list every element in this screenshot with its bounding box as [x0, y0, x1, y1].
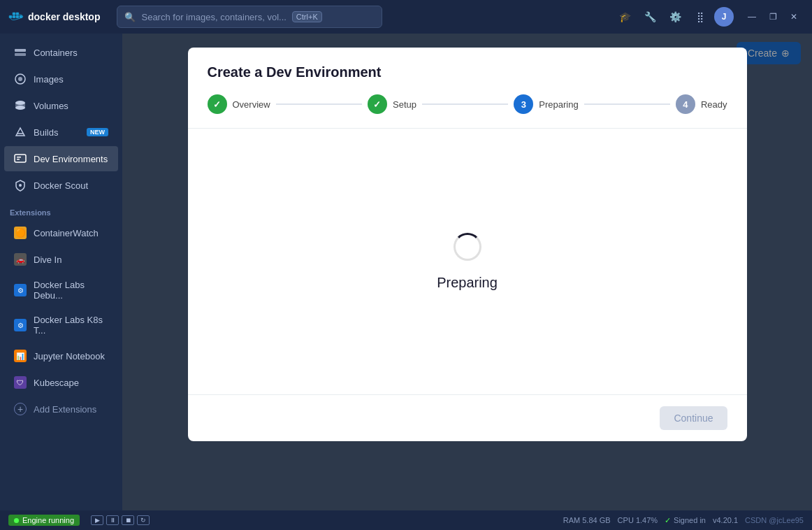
loading-state: Preparing	[437, 233, 498, 291]
svg-rect-3	[16, 15, 19, 17]
containerwatch-icon: 🟠	[14, 227, 27, 239]
sidebar-item-dev-environments[interactable]: Dev Environments	[4, 146, 118, 171]
play-btn[interactable]: ▶	[91, 515, 103, 525]
svg-rect-2	[13, 13, 15, 15]
builds-icon	[14, 126, 27, 138]
sidebar-item-volumes[interactable]: Volumes	[4, 93, 118, 118]
step-ready-circle: 4	[676, 94, 695, 114]
watermark: CSDN @jcLee95	[745, 516, 804, 524]
connector-1	[276, 103, 362, 105]
svg-rect-7	[15, 53, 26, 56]
close-button[interactable]: ✕	[784, 7, 804, 27]
divein-label: Dive In	[34, 255, 108, 265]
modal-header: Create a Dev Environment	[188, 48, 747, 94]
sidebar-item-containerwatch[interactable]: 🟠 ContainerWatch	[4, 220, 118, 245]
engine-dot	[14, 518, 19, 523]
search-placeholder: Search for images, containers, vol...	[141, 12, 286, 22]
sidebar: Containers Images Volumes Builds NEW D	[0, 34, 122, 510]
step-setup: ✓ Setup	[368, 94, 416, 114]
containerwatch-label: ContainerWatch	[34, 228, 108, 238]
jupyter-label: Jupyter Notebook	[34, 351, 108, 361]
content-area: Create ⊕ Create a Dev Environment ✓ Over…	[122, 34, 812, 510]
connector-3	[584, 103, 670, 105]
engine-label: Engine running	[22, 516, 74, 524]
builds-label: Builds	[34, 127, 80, 138]
signed-in-status: ✓ Signed in	[665, 516, 706, 525]
signed-in-check-icon: ✓	[665, 516, 671, 525]
global-search[interactable]: 🔍 Search for images, containers, vol... …	[117, 6, 382, 28]
kubescape-icon: 🛡	[14, 376, 27, 389]
learn-icon-btn[interactable]: 🎓	[614, 6, 636, 28]
dockerlabs-k8s-label: Docker Labs K8s T...	[34, 315, 108, 336]
maximize-button[interactable]: ❐	[763, 7, 783, 27]
sidebar-item-images[interactable]: Images	[4, 66, 118, 92]
window-controls: — ❐ ✕	[742, 7, 804, 27]
modal-overlay: Create a Dev Environment ✓ Overview ✓ Se…	[122, 34, 812, 510]
svg-rect-1	[13, 15, 15, 17]
step-ready-label: Ready	[701, 99, 727, 110]
grid-icon-btn[interactable]: ⣿	[689, 6, 711, 28]
dockerlabs-k8s-icon: ⚙	[14, 319, 27, 331]
restart-btn[interactable]: ↻	[137, 515, 150, 525]
volumes-label: Volumes	[34, 101, 108, 111]
dockerlabs-debug-icon: ⚙	[14, 284, 27, 296]
sidebar-item-jupyter[interactable]: 📊 Jupyter Notebook	[4, 343, 118, 368]
sidebar-item-kubescape[interactable]: 🛡 Kubescape	[4, 370, 118, 395]
continue-button[interactable]: Continue	[660, 406, 727, 430]
step-overview-label: Overview	[233, 99, 270, 110]
loading-spinner	[454, 233, 481, 261]
sidebar-item-builds[interactable]: Builds NEW	[4, 120, 118, 145]
search-icon: 🔍	[124, 12, 136, 22]
statusbar: Engine running ▶ ⏸ ⏹ ↻ RAM 5.84 GB CPU 1…	[0, 510, 812, 530]
builds-new-badge: NEW	[87, 128, 108, 136]
engine-controls: ▶ ⏸ ⏹ ↻	[91, 515, 150, 525]
modal-body: Preparing	[188, 129, 747, 394]
svg-rect-14	[17, 157, 21, 158]
preparing-text: Preparing	[437, 275, 498, 291]
containers-icon	[14, 46, 27, 59]
add-extensions-item[interactable]: + Add Extensions	[4, 396, 118, 422]
sidebar-item-containers[interactable]: Containers	[4, 40, 118, 65]
step-overview: ✓ Overview	[208, 94, 270, 114]
svg-rect-6	[15, 49, 26, 52]
dev-environments-icon	[14, 152, 27, 165]
sidebar-item-docker-scout[interactable]: Docker Scout	[4, 173, 118, 198]
docker-scout-icon	[14, 179, 27, 192]
minimize-button[interactable]: —	[742, 7, 762, 27]
add-extensions-label: Add Extensions	[34, 404, 96, 415]
stop-btn[interactable]: ⏹	[122, 515, 134, 525]
stepper: ✓ Overview ✓ Setup 3 Preparing	[188, 94, 747, 129]
titlebar: docker desktop 🔍 Search for images, cont…	[0, 0, 812, 34]
extensions-icon-btn[interactable]: 🔧	[639, 6, 661, 28]
step-setup-circle: ✓	[368, 94, 387, 114]
step-preparing-circle: 3	[514, 94, 533, 114]
dev-environments-label: Dev Environments	[34, 154, 108, 164]
pause-btn[interactable]: ⏸	[106, 515, 119, 525]
dockerlabs-debug-label: Docker Labs Debu...	[34, 280, 108, 301]
sidebar-item-divein[interactable]: 🚗 Dive In	[4, 247, 118, 272]
svg-rect-13	[15, 155, 26, 162]
user-avatar[interactable]: J	[714, 7, 734, 27]
engine-status: Engine running	[8, 515, 80, 526]
step-ready: 4 Ready	[676, 94, 727, 114]
svg-rect-4	[16, 13, 19, 15]
kubescape-label: Kubescape	[34, 378, 108, 388]
sidebar-item-dockerlabs-k8s[interactable]: ⚙ Docker Labs K8s T...	[4, 308, 118, 342]
svg-point-9	[18, 77, 22, 81]
add-extensions-icon: +	[14, 403, 27, 415]
extensions-section-label: Extensions	[0, 199, 122, 220]
connector-2	[422, 103, 508, 105]
ram-label: RAM 5.84 GB	[563, 516, 611, 524]
volumes-icon	[14, 99, 27, 112]
sidebar-item-dockerlabs-debug[interactable]: ⚙ Docker Labs Debu...	[4, 273, 118, 307]
app-title: docker desktop	[28, 11, 100, 22]
settings-icon-btn[interactable]: ⚙️	[664, 6, 686, 28]
step-preparing-label: Preparing	[539, 99, 578, 110]
modal-footer: Continue	[188, 394, 747, 441]
step-setup-label: Setup	[393, 99, 416, 110]
divein-icon: 🚗	[14, 253, 27, 266]
version-label: v4.20.1	[713, 516, 738, 524]
jupyter-icon: 📊	[14, 350, 27, 362]
cpu-label: CPU 1.47%	[618, 516, 658, 524]
main-layout: Containers Images Volumes Builds NEW D	[0, 34, 812, 510]
